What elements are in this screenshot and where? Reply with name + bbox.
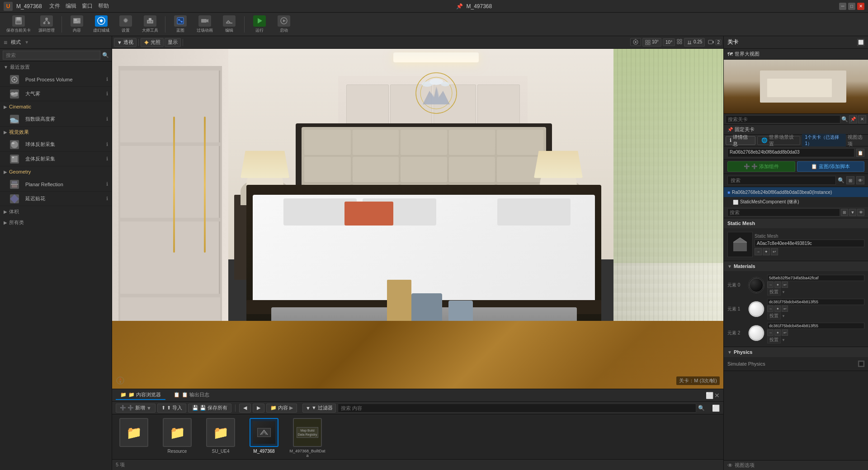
item-sphere-reflect[interactable]: 球体反射采集 ℹ bbox=[0, 137, 112, 152]
nav-prev-btn[interactable]: ◀ bbox=[239, 404, 251, 413]
maximize-btn[interactable]: □ bbox=[848, 3, 855, 10]
instance-tree-item[interactable]: ■ Ra06b2768eb24b0f86add8b0da03bea0(Insta… bbox=[724, 187, 868, 197]
simulate-physics-checkbox[interactable] bbox=[858, 361, 864, 367]
mat-0-dropdown[interactable]: 投置 bbox=[767, 288, 781, 296]
mat-2-select-btn[interactable]: ✦ bbox=[774, 329, 781, 336]
left-search-input[interactable] bbox=[3, 51, 100, 60]
category-recent[interactable]: ▼ 最近放置 bbox=[0, 61, 112, 72]
minimize-btn[interactable]: ─ bbox=[839, 3, 846, 10]
asset-item-m497368[interactable]: M_497368 bbox=[246, 418, 282, 454]
item-planar-reflect[interactable]: Planar Reflection ℹ bbox=[0, 177, 112, 192]
id-copy-btn[interactable]: 📋 bbox=[856, 149, 864, 157]
world-settings-tab[interactable]: 🌐 世界场景设置 bbox=[757, 136, 801, 145]
expand-outliner-btn[interactable]: ⬜ bbox=[857, 39, 864, 46]
comp-eye-btn[interactable]: 👁 bbox=[856, 176, 864, 184]
item-exp-height-fog[interactable]: 指数级高度雾 ℹ bbox=[0, 112, 112, 127]
asset-item-su-ue4[interactable]: 📁 SU_UE4 bbox=[203, 418, 239, 454]
prop-eye-icon[interactable]: 👁 bbox=[857, 209, 864, 216]
prop-search-input[interactable] bbox=[727, 208, 840, 216]
component-search-input[interactable] bbox=[727, 176, 836, 185]
mat-name-0[interactable] bbox=[767, 275, 864, 281]
mat-2-browse-btn[interactable]: → bbox=[767, 329, 774, 336]
blueprint-btn[interactable]: 蓝图 bbox=[169, 14, 192, 34]
content-path-btn[interactable]: 📁 内容 ▶ bbox=[266, 404, 297, 413]
mesh-browse-btn[interactable]: → bbox=[755, 248, 762, 255]
source-control-btn[interactable]: 源码管理 bbox=[35, 14, 58, 34]
physics-header[interactable]: ▼ Physics bbox=[724, 347, 868, 357]
mat-name-1[interactable] bbox=[767, 299, 864, 305]
nav-next-btn[interactable]: ▶ bbox=[253, 404, 264, 413]
perspective-btn[interactable]: ▼ 透视 bbox=[114, 38, 137, 47]
scale-display[interactable]: 0.25 bbox=[684, 38, 705, 46]
tab-content-browser[interactable]: 📁 📁 内容浏览器 bbox=[116, 390, 165, 400]
settings-btn[interactable]: 设置 bbox=[114, 14, 137, 34]
mat-1-select-btn[interactable]: ✦ bbox=[774, 306, 781, 312]
add-component-btn[interactable]: ➕ ➕ 添加组件 bbox=[727, 161, 795, 172]
close-btn[interactable]: ✕ bbox=[857, 3, 864, 10]
mesh-reset-btn[interactable]: ↩ bbox=[771, 248, 778, 255]
content-btn[interactable]: 内容 bbox=[66, 14, 88, 34]
mat-2-reset-btn[interactable]: ↩ bbox=[782, 329, 788, 336]
save-level-btn[interactable]: 保存当前关卡 bbox=[4, 14, 33, 34]
mat-1-browse-btn[interactable]: → bbox=[767, 306, 774, 312]
grid-snap-display[interactable]: 10° bbox=[642, 38, 661, 46]
static-mesh-tree-item[interactable]: ⬜ StaticMeshComponent (继承) bbox=[724, 197, 868, 207]
item-deferred-decal[interactable]: 延迟贴花 ℹ bbox=[0, 192, 112, 206]
mat-2-dropdown[interactable]: 投置 bbox=[767, 336, 781, 343]
import-btn[interactable]: ⬆ ⬆ 导入 bbox=[157, 404, 186, 413]
master-tools-btn[interactable]: 大师工具 bbox=[139, 14, 161, 34]
mat-1-reset-btn[interactable]: ↩ bbox=[782, 306, 788, 312]
tab-output-log[interactable]: 📋 📋 输出日志 bbox=[169, 390, 214, 400]
play-btn[interactable]: 运行 bbox=[248, 14, 271, 34]
comp-grid-btn[interactable]: ⊞ bbox=[846, 176, 854, 184]
expand-btn[interactable]: ⬜ bbox=[712, 404, 720, 412]
right-search-input[interactable] bbox=[726, 115, 840, 123]
static-mesh-name-input[interactable] bbox=[755, 240, 864, 247]
cinematic-btn[interactable]: 过场动画 bbox=[193, 14, 216, 34]
close-level-btn[interactable]: ✕ bbox=[858, 115, 866, 123]
menu-help[interactable]: 帮助 bbox=[98, 2, 109, 10]
bottom-close-btn[interactable]: ✕ bbox=[714, 392, 720, 399]
mesh-select-btn[interactable]: ✦ bbox=[763, 248, 770, 255]
menu-edit[interactable]: 编辑 bbox=[66, 2, 76, 10]
bottom-maximize-btn[interactable]: ⬜ bbox=[706, 392, 713, 399]
save-all-btn[interactable]: 💾 💾 保存所有 bbox=[188, 404, 231, 413]
details-tab[interactable]: ℹ 详情信息 bbox=[726, 136, 755, 145]
launch-btn[interactable]: 启动 bbox=[273, 14, 295, 34]
prop-grid-icon[interactable]: ⊞ bbox=[841, 209, 848, 216]
asset-item-resource[interactable]: 📁 Resource bbox=[159, 418, 195, 454]
lighting-btn[interactable]: 光照 bbox=[141, 38, 164, 47]
prop-filter-icon[interactable]: ▼ bbox=[849, 209, 856, 216]
filter-btn[interactable]: ▼ ▼ 过滤器 bbox=[302, 404, 336, 413]
item-box-reflect[interactable]: 盒体反射采集 ℹ bbox=[0, 152, 112, 166]
world-map-title[interactable]: 世界大视图 bbox=[735, 51, 760, 57]
mat-name-2[interactable] bbox=[767, 323, 864, 329]
mat-0-select-btn[interactable]: ✦ bbox=[774, 282, 781, 288]
asset-item-folder1[interactable]: 📁 bbox=[116, 418, 152, 449]
asset-item-builtdata[interactable]: Map BuildData Registry M_497368_BuiltDat… bbox=[289, 418, 326, 458]
view-options-btn[interactable]: 视图选项 bbox=[848, 134, 866, 147]
mat-0-browse-btn[interactable]: → bbox=[767, 282, 774, 288]
materials-header[interactable]: ▼ Materials bbox=[724, 261, 868, 271]
blueprint-add-btn[interactable]: 📋 蓝图/添加脚本 bbox=[797, 161, 865, 172]
pin-level-btn[interactable]: 📌 bbox=[849, 115, 857, 123]
static-mesh-header[interactable]: Static Mesh bbox=[724, 218, 868, 228]
content-search-input[interactable] bbox=[338, 404, 696, 413]
mat-1-dropdown[interactable]: 投置 bbox=[767, 312, 781, 320]
editor-btn[interactable]: 编辑 bbox=[218, 14, 241, 34]
category-visual[interactable]: ▶ 视觉效果 bbox=[0, 127, 112, 137]
mat-0-reset-btn[interactable]: ↩ bbox=[782, 282, 788, 288]
show-btn[interactable]: 显示 bbox=[165, 38, 181, 47]
item-atmos-fog[interactable]: 大气雾 ℹ bbox=[0, 87, 112, 101]
category-all[interactable]: ▶ 所有类 bbox=[0, 217, 112, 228]
view-options-label[interactable]: 视图选项 bbox=[735, 462, 755, 469]
item-post-process[interactable]: Post Process Volume ℹ bbox=[0, 72, 112, 87]
marketplace-btn[interactable]: 虚幻城城 bbox=[90, 14, 113, 34]
menu-window[interactable]: 窗口 bbox=[82, 2, 93, 10]
new-btn[interactable]: ➕ ➕ 新增 ▼ bbox=[116, 404, 156, 413]
asset-thumb-resource: 📁 bbox=[163, 418, 192, 447]
menu-file[interactable]: 文件 bbox=[49, 2, 60, 10]
category-volume[interactable]: ▶ 体积 bbox=[0, 206, 112, 217]
category-cinematic[interactable]: ▶ Cinematic bbox=[0, 101, 112, 112]
category-geometry[interactable]: ▶ Geometry bbox=[0, 166, 112, 177]
